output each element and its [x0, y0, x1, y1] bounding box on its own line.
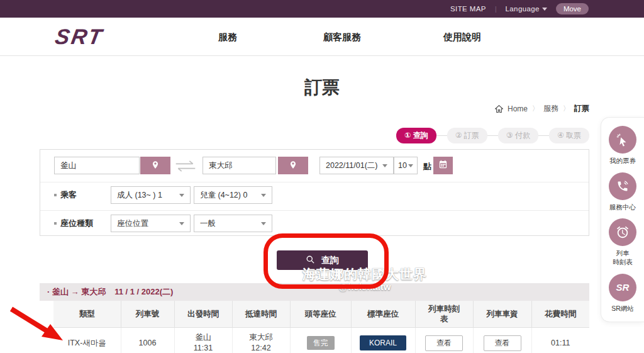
quick-menu-label: 列車 時刻表 — [613, 249, 633, 266]
quick-menu-service-center[interactable]: 服務中心 — [609, 172, 636, 212]
calendar-icon — [438, 160, 448, 171]
search-icon — [306, 255, 315, 266]
hour-value: 10 — [398, 161, 407, 170]
adult-count-select[interactable]: 成人 (13~ ) 1 — [111, 186, 191, 204]
column-header-first-class: 頭等座位 — [290, 301, 351, 327]
home-icon — [495, 105, 503, 113]
cell-departure: 釜山 11:31 — [174, 327, 232, 353]
date-select[interactable]: 2022/11/01(二) — [319, 157, 394, 174]
cell-arrival: 東大邱 12:42 — [232, 327, 290, 353]
step-ticketing: ④ 取票 — [549, 128, 589, 143]
cell-timetable: 查看 — [415, 327, 473, 353]
chevron-down-icon — [542, 8, 547, 11]
column-header-type: 類型 — [53, 301, 121, 327]
column-header-train-no: 列車號 — [121, 301, 174, 327]
move-button[interactable]: Move — [556, 3, 589, 14]
seat-position-value: 座位位置 — [117, 218, 148, 229]
nav-customer-service[interactable]: 顧客服務 — [323, 31, 361, 43]
cell-standard: KORAIL — [351, 327, 415, 353]
quick-menu-sr-website[interactable]: SR SR網站 — [609, 274, 636, 313]
breadcrumb-home[interactable]: Home — [508, 104, 528, 113]
step-search: ① 查詢 — [396, 128, 436, 143]
arrival-station-picker-button[interactable] — [278, 157, 308, 174]
breadcrumb-services[interactable]: 服務 — [543, 103, 558, 114]
seat-type-label-text: 座位種類 — [60, 218, 93, 229]
phone-icon — [609, 172, 636, 200]
date-value: 2022/11/01(二) — [326, 160, 377, 171]
location-pin-icon — [289, 160, 297, 172]
seat-position-select[interactable]: 座位位置 — [111, 215, 191, 232]
location-pin-icon — [151, 160, 160, 172]
cell-duration: 01:11 — [531, 327, 589, 353]
search-button[interactable]: 查詢 — [277, 250, 368, 270]
results-date: 11 / 1 / 2022(二) — [114, 286, 173, 298]
step-connector — [487, 135, 498, 136]
srt-logo[interactable]: SRT — [53, 25, 106, 49]
seat-class-value: 一般 — [200, 218, 216, 229]
language-dropdown[interactable]: Language — [506, 5, 547, 13]
column-header-standard: 標準座位 — [351, 301, 415, 327]
hour-select[interactable]: 10 — [394, 157, 418, 174]
alarm-clock-icon — [609, 218, 636, 246]
main-header: SRT 服務 顧客服務 使用說明 — [0, 18, 644, 56]
chevron-down-icon — [261, 222, 266, 225]
sr-icon-text: SR — [616, 282, 630, 293]
top-utility-bar: SITE MAP | Language Move — [0, 0, 644, 18]
departure-station-picker-button[interactable] — [140, 157, 170, 174]
seat-class-select[interactable]: 一般 — [194, 215, 272, 232]
step-payment: ③ 付款 — [498, 128, 538, 143]
column-header-fare: 列車車資 — [473, 301, 531, 327]
cursor-click-icon — [609, 126, 636, 154]
korail-badge[interactable]: KORAIL — [360, 335, 406, 350]
nav-services[interactable]: 服務 — [218, 31, 237, 43]
breadcrumb-separator: 〉 — [532, 104, 539, 113]
chevron-down-icon — [261, 194, 266, 197]
view-timetable-button[interactable]: 查看 — [425, 335, 463, 351]
srt-booking-page: SITE MAP | Language Move SRT 服務 顧客服務 使用說… — [0, 0, 644, 353]
step-booking: ② 訂票 — [447, 128, 487, 143]
child-count-select[interactable]: 兒童 (4~12) 0 — [194, 186, 272, 204]
quick-menu-timetable[interactable]: 列車 時刻表 — [609, 218, 636, 266]
hour-unit-label: 點 — [423, 161, 431, 172]
adult-count-value: 成人 (13~ ) 1 — [117, 190, 162, 201]
departure-time: 11:31 — [175, 343, 232, 353]
cell-first-class: 售完 — [290, 327, 351, 353]
site-map-link[interactable]: SITE MAP — [450, 5, 486, 13]
breadcrumb: Home 〉 服務 〉 訂票 — [495, 103, 589, 114]
cell-train-no: 1006 — [121, 327, 174, 353]
cell-train-type: ITX-새마을 — [53, 327, 121, 353]
chevron-down-icon — [382, 164, 387, 167]
quick-menu-my-tickets[interactable]: 我的票券 — [609, 126, 636, 165]
column-header-timetable: 列車時刻表 — [415, 301, 473, 327]
column-header-arrival: 抵達時間 — [232, 301, 290, 327]
step-connector — [538, 135, 549, 136]
quick-menu-label: 服務中心 — [609, 203, 636, 212]
departure-station: 釜山 — [175, 332, 232, 343]
arrival-station-input[interactable] — [203, 157, 276, 174]
passenger-label-text: 乘客 — [60, 189, 77, 201]
nav-usage-guide[interactable]: 使用說明 — [443, 31, 481, 43]
chevron-down-icon — [408, 164, 413, 167]
table-header-row: 類型 列車號 出發時間 抵達時間 頭等座位 標準座位 列車時刻表 列車車資 花費… — [53, 301, 589, 327]
child-count-value: 兒童 (4~12) 0 — [200, 190, 247, 201]
language-label: Language — [506, 5, 540, 13]
view-fare-button[interactable]: 查看 — [484, 335, 521, 351]
quick-menu-label: 我的票券 — [609, 157, 636, 165]
form-row-divider — [40, 182, 589, 182]
departure-station-input[interactable] — [54, 157, 140, 174]
search-button-label: 查詢 — [321, 255, 339, 266]
chevron-down-icon — [179, 194, 184, 197]
breadcrumb-current: 訂票 — [574, 103, 589, 114]
calendar-button[interactable] — [433, 157, 453, 174]
booking-step-indicator: ① 查詢 ② 訂票 ③ 付款 ④ 取票 — [396, 128, 589, 143]
passenger-label: 乘客 — [54, 189, 77, 201]
breadcrumb-separator: 〉 — [563, 104, 570, 113]
search-form: 2022/11/01(二) 10 點 乘客 成人 (13~ ) 1 兒童 (4~… — [40, 149, 589, 236]
seat-type-label: 座位種類 — [54, 218, 93, 229]
topbar-divider: | — [495, 6, 497, 13]
sold-out-badge: 售完 — [307, 336, 335, 350]
swap-stations-icon[interactable] — [174, 160, 197, 174]
step-connector — [436, 135, 447, 136]
column-header-duration: 花費時間 — [531, 301, 589, 327]
results-route: · 釜山 → 東大邱 — [47, 286, 106, 298]
